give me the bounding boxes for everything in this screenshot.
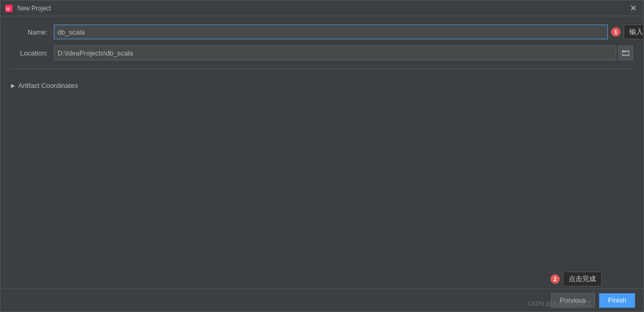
name-row: Name: 1 输入项目名称 <box>11 25 633 39</box>
watermark: CSDN @大自然的农民工 <box>528 300 592 308</box>
name-input[interactable] <box>54 25 608 39</box>
title-bar: U New Project ✕ <box>1 1 643 16</box>
location-row: Location: <box>11 46 633 60</box>
artifact-coordinates-section[interactable]: ▶ Artifact Coordinates <box>11 80 633 92</box>
badge-2: 2 <box>550 274 560 284</box>
location-label: Location: <box>11 49 48 57</box>
close-button[interactable]: ✕ <box>627 2 639 15</box>
content-spacer <box>11 98 633 280</box>
window-title: New Project <box>17 5 627 12</box>
badge-1: 1 <box>611 27 620 37</box>
finish-tooltip: 点击完成 <box>563 272 602 286</box>
finish-annotation: 2 点击完成 <box>550 272 602 286</box>
finish-button[interactable]: Finish <box>599 293 635 308</box>
name-tooltip: 输入项目名称 <box>624 25 643 39</box>
svg-text:U: U <box>6 6 10 12</box>
name-label: Name: <box>11 28 48 36</box>
new-project-window: U New Project ✕ Name: 1 输入项目名称 Location: <box>0 0 644 312</box>
artifact-coordinates-label: Artifact Coordinates <box>18 82 78 90</box>
location-field-wrapper <box>54 46 633 60</box>
expand-arrow-icon: ▶ <box>11 83 15 88</box>
browse-folder-button[interactable] <box>618 46 633 60</box>
location-input[interactable] <box>54 46 616 60</box>
name-field-group: 1 输入项目名称 <box>54 25 643 39</box>
idea-icon: U <box>5 4 13 13</box>
separator-1 <box>11 69 633 69</box>
main-content: Name: 1 输入项目名称 Location: <box>1 16 643 288</box>
